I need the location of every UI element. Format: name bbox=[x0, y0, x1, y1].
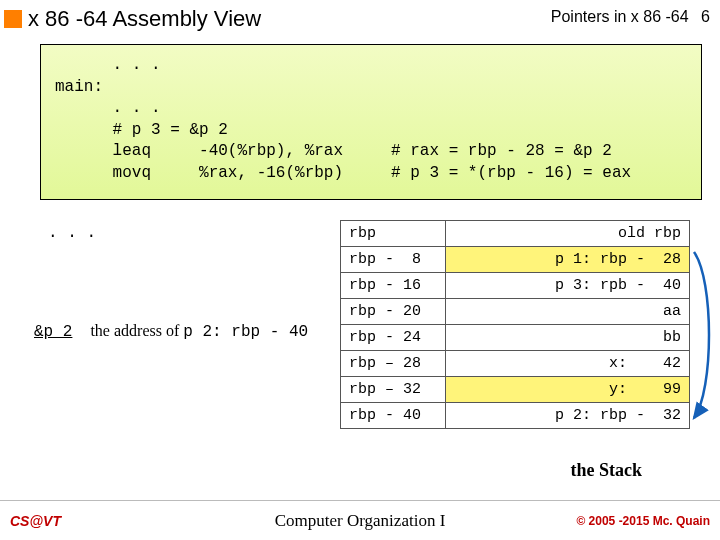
table-row: rbp - 8p 1: rbp - 28 bbox=[341, 247, 690, 273]
topic-label: Pointers in x 86 -64 bbox=[551, 8, 689, 25]
stack-offset: rbp – 32 bbox=[341, 377, 446, 403]
footer-center: Computer Organization I bbox=[275, 511, 446, 531]
footer-right: © 2005 -2015 Mc. Quain bbox=[576, 514, 710, 528]
header-right: Pointers in x 86 -64 6 bbox=[551, 8, 710, 26]
p2-prefix: the address of bbox=[90, 322, 183, 339]
stack-value: p 3: rpb - 40 bbox=[446, 273, 690, 299]
stack-offset: rbp - 24 bbox=[341, 325, 446, 351]
stack-offset: rbp - 8 bbox=[341, 247, 446, 273]
stack-table: rbpold rbprbp - 8p 1: rbp - 28rbp - 16p … bbox=[340, 220, 690, 429]
stack-offset: rbp - 16 bbox=[341, 273, 446, 299]
p2-value: the address of p 2: rbp - 40 bbox=[90, 322, 308, 341]
ellipsis: . . . bbox=[48, 224, 96, 242]
p2-label: &p 2 bbox=[34, 323, 72, 341]
p2-mono: p 2: rbp - 40 bbox=[183, 323, 308, 341]
table-row: rbp - 24bb bbox=[341, 325, 690, 351]
table-row: rbp - 16p 3: rpb - 40 bbox=[341, 273, 690, 299]
p2-address-row: &p 2 the address of p 2: rbp - 40 bbox=[34, 322, 308, 341]
stack-value: p 2: rbp - 32 bbox=[446, 403, 690, 429]
table-row: rbp – 28x: 42 bbox=[341, 351, 690, 377]
header-bullet bbox=[4, 10, 22, 28]
stack-value: y: 99 bbox=[446, 377, 690, 403]
stack-offset: rbp bbox=[341, 221, 446, 247]
table-row: rbp - 20aa bbox=[341, 299, 690, 325]
stack-value: aa bbox=[446, 299, 690, 325]
slide-footer: CS@VT Computer Organization I © 2005 -20… bbox=[0, 500, 720, 540]
slide-title: x 86 -64 Assembly View bbox=[28, 6, 261, 32]
stack-offset: rbp - 40 bbox=[341, 403, 446, 429]
assembly-code-box: . . . main: . . . # p 3 = &p 2 leaq -40(… bbox=[40, 44, 702, 200]
footer-left: CS@VT bbox=[10, 513, 61, 529]
stack-value: bb bbox=[446, 325, 690, 351]
stack-value: x: 42 bbox=[446, 351, 690, 377]
stack-offset: rbp - 20 bbox=[341, 299, 446, 325]
pointer-arrow bbox=[688, 240, 718, 440]
table-row: rbp - 40p 2: rbp - 32 bbox=[341, 403, 690, 429]
table-row: rbp – 32y: 99 bbox=[341, 377, 690, 403]
slide-header: x 86 -64 Assembly View Pointers in x 86 … bbox=[0, 0, 720, 36]
stack-caption: the Stack bbox=[571, 460, 643, 481]
page-number: 6 bbox=[701, 8, 710, 25]
table-row: rbpold rbp bbox=[341, 221, 690, 247]
stack-value: p 1: rbp - 28 bbox=[446, 247, 690, 273]
stack-offset: rbp – 28 bbox=[341, 351, 446, 377]
stack-value: old rbp bbox=[446, 221, 690, 247]
